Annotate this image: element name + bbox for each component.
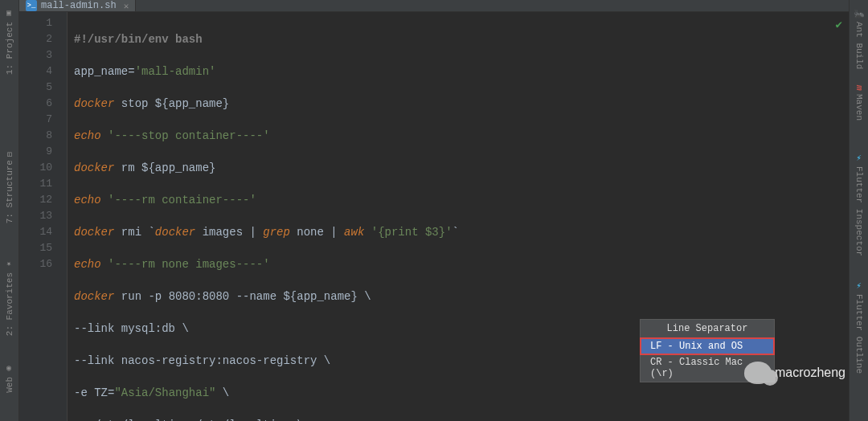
line-number: 3 [19,47,52,63]
code-token: awk [344,226,364,239]
code-token: '----rm none images----' [101,258,270,271]
sidebar-item-label: Flutter Outline [854,294,864,374]
line-number: 1 [19,15,52,31]
code-token: docker [155,226,195,239]
sidebar-item-label: 1: Project [5,22,14,75]
line-number: 10 [19,160,52,176]
flutter-icon: ⚡ [854,153,864,163]
watermark: macrozheng [744,362,845,384]
popup-title: Line Separator [641,320,774,338]
structure-icon: ⊟ [5,152,14,157]
tab-mall-admin[interactable]: >_ mall-admin.sh ✕ [19,0,136,11]
code-token: run -p 8080:8080 --name ${app_name} \ [114,290,371,303]
shell-file-icon: >_ [26,0,37,11]
code-token: images | [195,226,263,239]
maven-icon: m [854,85,864,91]
code-token: docker [74,290,114,303]
code-token: docker [74,97,114,110]
line-number: 14 [19,224,52,240]
line-number: 16 [19,256,52,272]
star-icon: ★ [5,260,14,269]
code-token: --link nacos-registry:nacos-registry \ [74,354,330,367]
ant-icon: 🐜 [854,8,864,18]
wechat-icon [744,362,772,384]
inspection-ok-icon: ✔ [836,17,842,33]
code-token: '{print $3}' [371,226,452,239]
code-token: docker [74,161,114,174]
line-number: 7 [19,112,52,128]
code-token: grep [263,226,290,239]
sidebar-item-label: 2: Favorites [5,272,14,336]
code-token: stop ${app_name} [114,97,229,110]
gutter: 1 2 3 4 5 6 7 8 9 10 11 12 13 14 15 16 [19,12,68,421]
watermark-text: macrozheng [775,366,845,380]
line-number: 9 [19,144,52,160]
code-token: none | [290,226,344,239]
code-token: echo [74,258,101,271]
sidebar-item-project[interactable]: 1: Project ▣ [3,3,16,81]
sidebar-item-structure[interactable]: 7: Structure ⊟ [3,145,16,230]
sidebar-item-maven[interactable]: m Maven [853,77,866,129]
line-number: 2 [19,31,52,47]
code-token: app_name= [74,65,135,78]
code-token: "Asia/Shanghai" [114,386,215,399]
tab-label: mall-admin.sh [41,0,117,11]
globe-icon: ◉ [5,365,14,374]
folder-icon: ▣ [5,10,14,18]
sidebar-item-label: Web [5,377,14,393]
popup-option-lf[interactable]: LF - Unix and OS [641,338,774,354]
sidebar-item-ant[interactable]: 🐜 Ant Build [852,0,866,77]
sidebar-item-label: Maven [854,94,864,121]
code-token: '----rm container----' [101,194,256,206]
left-tool-window-bar: 1: Project ▣ 7: Structure ⊟ 2: Favorites… [0,0,19,421]
code-token [364,226,371,239]
code-token: --link mysql:db \ [74,322,189,335]
editor-tabs: >_ mall-admin.sh ✕ [19,0,849,12]
line-number: 8 [19,128,52,144]
sidebar-item-label: Flutter Inspector [854,166,864,256]
code-token: ` [452,226,459,239]
flutter-icon: ⚡ [854,280,864,291]
line-number: 4 [19,63,52,80]
sidebar-item-web[interactable]: Web ◉ [3,358,16,399]
sidebar-item-label: 7: Structure [5,160,14,223]
code-token: '----stop container----' [101,129,270,142]
code-token: rm ${app_name} [114,161,215,174]
code-token: echo [74,129,101,142]
main-area: >_ mall-admin.sh ✕ 1 2 3 4 5 6 7 8 9 10 … [19,0,849,421]
code-token: -e TZ= [74,386,114,399]
code-token: echo [74,194,101,206]
right-tool-window-bar: 🐜 Ant Build m Maven ⚡ Flutter Inspector … [849,0,868,421]
sidebar-item-label: Ant Build [854,22,864,69]
code-token: #!/usr/bin/env bash [74,33,203,46]
code-token: 'mall-admin' [135,65,216,78]
line-number: 11 [19,176,52,192]
sidebar-item-flutter-outline[interactable]: ⚡ Flutter Outline [852,272,866,382]
line-number: 13 [19,208,52,224]
code-token: rmi ` [114,226,154,239]
line-number: 12 [19,192,52,208]
sidebar-item-flutter-inspector[interactable]: ⚡ Flutter Inspector [852,145,866,264]
line-number: 5 [19,80,52,96]
close-icon[interactable]: ✕ [124,1,129,11]
sidebar-item-favorites[interactable]: 2: Favorites ★ [3,254,16,342]
code-token: docker [74,226,114,239]
line-number: 15 [19,240,52,256]
line-number: 6 [19,96,52,112]
code-token: \ [215,386,229,399]
